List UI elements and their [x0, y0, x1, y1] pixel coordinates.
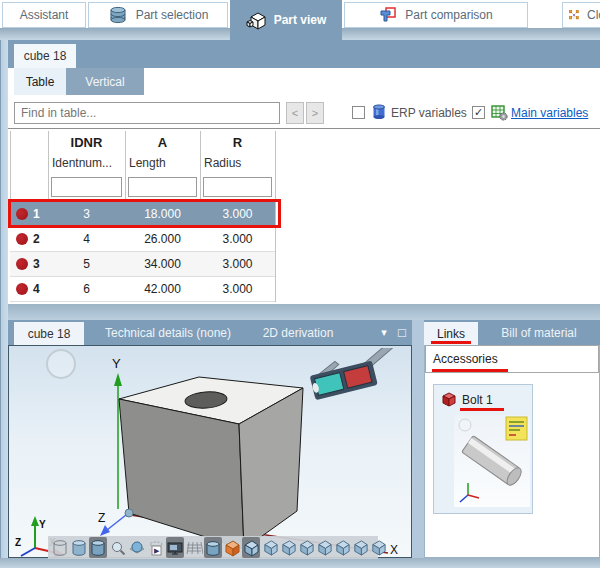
tab-links[interactable]: Links — [424, 322, 478, 345]
table-row[interactable]: 2 4 26.000 3.000 — [10, 227, 275, 252]
sphere-section-icon[interactable] — [128, 537, 146, 558]
svg-text:▶: ▶ — [154, 547, 160, 554]
tab-clone-label: Clo — [587, 8, 600, 22]
cube-view-7-icon[interactable] — [370, 537, 387, 558]
orange-face-icon[interactable] — [223, 537, 241, 558]
row-number: 1 — [33, 207, 40, 221]
viewport-tab-label: cube 18 — [28, 327, 71, 341]
row-status-icon — [16, 258, 28, 270]
horizontal-splitter[interactable] — [8, 304, 600, 320]
y-axis-label: Y — [112, 356, 121, 371]
tab-bill-of-material[interactable]: Bill of material — [478, 320, 600, 345]
find-previous-button[interactable]: < — [286, 102, 304, 124]
x-axis-label: X — [390, 543, 398, 557]
cube-view-2-icon[interactable] — [280, 537, 297, 558]
document-tab-cube18[interactable]: cube 18 — [14, 44, 76, 68]
vertical-splitter[interactable] — [412, 320, 424, 558]
column-header-idnr[interactable]: IDNR — [48, 135, 125, 150]
column-subheader-identnumber: Identnum... — [52, 156, 112, 170]
bolt-thumbnail[interactable] — [454, 415, 530, 507]
cylinder-shaded-icon[interactable] — [70, 537, 88, 558]
network-icon — [569, 6, 579, 24]
viewport-tab-cube18[interactable]: cube 18 — [14, 322, 84, 345]
print-page-icon[interactable]: ▶ — [147, 537, 165, 558]
find-in-table-input[interactable] — [14, 102, 280, 124]
tab-part-comparison-label: Part comparison — [405, 8, 492, 22]
cell-radius[interactable]: 3.000 — [200, 257, 275, 271]
cell-radius[interactable]: 3.000 — [200, 207, 275, 221]
maximize-icon: □ — [398, 325, 406, 340]
table-row[interactable]: 1 3 18.000 3.000 — [10, 202, 275, 227]
linked-part-card[interactable]: Bolt 1 — [433, 384, 533, 514]
filter-input-idnr[interactable] — [51, 177, 122, 197]
zoom-icon[interactable] — [109, 537, 127, 558]
cube-view-4-icon[interactable] — [316, 537, 333, 558]
cube-view-3-icon[interactable] — [298, 537, 315, 558]
document-tab-label: cube 18 — [24, 49, 67, 63]
cell-length[interactable]: 42.000 — [125, 282, 200, 296]
column-subheader-radius: Radius — [204, 156, 241, 170]
filter-input-length[interactable] — [128, 177, 197, 197]
cell-radius[interactable]: 3.000 — [200, 232, 275, 246]
row-status-icon — [16, 208, 28, 220]
cell-idnr[interactable]: 6 — [48, 282, 125, 296]
tab-links-label: Links — [437, 327, 465, 341]
application-window: Assistant Part selection Part view Part … — [0, 0, 600, 568]
links-annotation-underline — [431, 341, 471, 344]
tab-part-selection[interactable]: Part selection — [88, 2, 228, 28]
table-border-right — [275, 131, 276, 302]
viewport-dropdown-button[interactable]: ▾ — [376, 320, 392, 345]
viewport-tab-2d-derivation[interactable]: 2D derivation — [250, 320, 346, 345]
cell-length[interactable]: 18.000 — [125, 207, 200, 221]
triad-y-label: Y — [39, 519, 46, 530]
tab-assistant[interactable]: Assistant — [2, 2, 86, 28]
main-variables-checkbox[interactable]: ✓ — [472, 106, 485, 119]
cell-length[interactable]: 26.000 — [125, 232, 200, 246]
find-next-button[interactable]: > — [306, 102, 324, 124]
screen-icon[interactable] — [166, 537, 184, 558]
anaglyph-glasses-icon — [305, 348, 407, 404]
tab-part-selection-label: Part selection — [136, 8, 209, 22]
column-header-a[interactable]: A — [125, 135, 200, 150]
cylinder-wireframe-icon[interactable] — [51, 537, 69, 558]
column-header-r[interactable]: R — [200, 135, 275, 150]
cell-radius[interactable]: 3.000 — [200, 282, 275, 296]
cube-view-5-icon[interactable] — [334, 537, 351, 558]
tab-part-view[interactable]: Part view — [230, 0, 342, 40]
window-bottom-border — [0, 558, 600, 568]
cylinder-solid-icon[interactable] — [89, 537, 107, 558]
links-panel: Accessories Bolt 1 — [424, 345, 600, 558]
table-row[interactable]: 4 6 42.000 3.000 — [10, 277, 275, 302]
compare-icon — [379, 6, 397, 24]
document-tab-bar — [8, 40, 600, 68]
cube-view-1-icon[interactable] — [262, 537, 279, 558]
linked-part-name[interactable]: Bolt 1 — [462, 393, 493, 407]
mesh-icon[interactable] — [185, 537, 203, 558]
right-panel-tab-bar: Links Bill of material — [424, 320, 600, 345]
filter-input-radius[interactable] — [203, 177, 272, 197]
tab-clone[interactable]: Clo — [562, 2, 600, 28]
part-cube-icon — [246, 10, 266, 30]
accessories-group-header[interactable]: Accessories — [425, 345, 599, 373]
table-row[interactable]: 3 5 34.000 3.000 — [10, 252, 275, 277]
cell-idnr[interactable]: 5 — [48, 257, 125, 271]
cell-length[interactable]: 34.000 — [125, 257, 200, 271]
viewport-maximize-button[interactable]: □ — [394, 320, 410, 345]
tab-table-view[interactable]: Table — [14, 68, 66, 95]
cylinder-view-icon[interactable] — [204, 537, 222, 558]
viewport-tab-technical-details[interactable]: Technical details (none) — [92, 320, 244, 345]
cell-idnr[interactable]: 3 — [48, 207, 125, 221]
main-variables-link[interactable]: Main variables — [511, 106, 588, 120]
row-number: 4 — [33, 282, 40, 296]
tab-part-comparison[interactable]: Part comparison — [344, 2, 528, 28]
viewport-3d-scene[interactable]: X Y Z Y X Z — [8, 345, 412, 558]
triad-z-label: Z — [15, 537, 21, 548]
check-icon: ✓ — [474, 106, 483, 119]
viewport-tab-bar: cube 18 Technical details (none) 2D deri… — [8, 320, 412, 345]
tab-vertical-view[interactable]: Vertical — [66, 68, 144, 95]
cube-solid-icon[interactable] — [242, 537, 260, 558]
cell-idnr[interactable]: 4 — [48, 232, 125, 246]
cube-view-6-icon[interactable] — [352, 537, 369, 558]
tab-table-label: Table — [26, 75, 55, 89]
erp-variables-checkbox[interactable] — [352, 106, 365, 119]
